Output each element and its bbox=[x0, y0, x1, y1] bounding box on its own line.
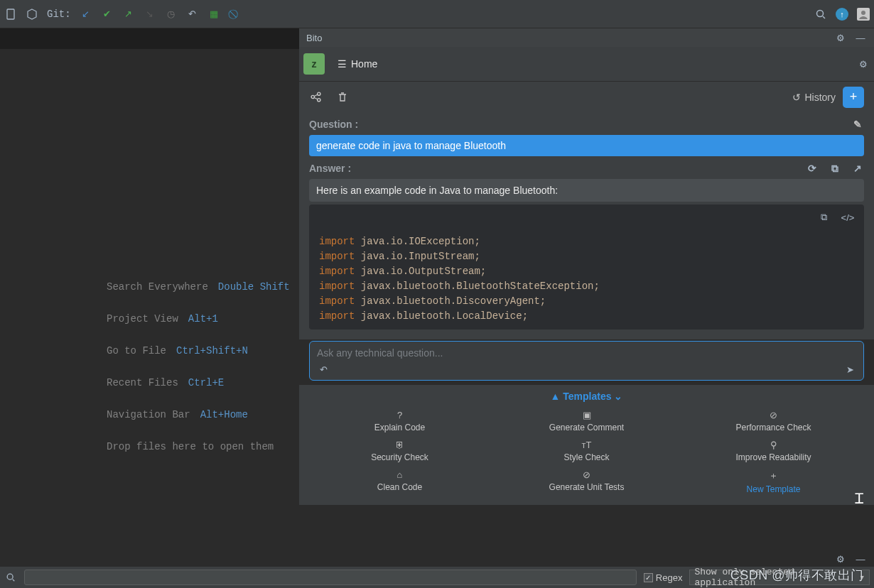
home-button[interactable]: ☰ Home bbox=[330, 54, 384, 74]
template-generate-comment[interactable]: ▣Generate Comment bbox=[493, 406, 680, 436]
template-generate-unit-tests[interactable]: ⊘Generate Unit Tests bbox=[493, 466, 680, 498]
chevron-down-icon: ▾ bbox=[859, 572, 865, 583]
answer-intro: Here is an example code in Java to manag… bbox=[309, 179, 864, 202]
git-commit-icon[interactable]: ✔ bbox=[101, 8, 114, 21]
history-label: History bbox=[804, 92, 836, 103]
svg-line-8 bbox=[314, 94, 317, 96]
bottom-tool-row: Ꮖ ⚙ — bbox=[0, 551, 874, 567]
search-icon[interactable] bbox=[814, 8, 827, 21]
device-icon[interactable] bbox=[4, 8, 17, 21]
svg-line-2 bbox=[823, 16, 825, 18]
bito-header: Bito ⚙ — bbox=[299, 28, 874, 47]
template-icon: ? bbox=[397, 410, 402, 420]
menu-icon: ☰ bbox=[338, 58, 347, 70]
template-icon: ⚲ bbox=[770, 440, 777, 450]
search-small-icon[interactable] bbox=[4, 571, 17, 584]
question-text: generate code in java to manage Bluetoot… bbox=[309, 135, 864, 156]
shortcut-navigation-bar: Navigation BarAlt+Home bbox=[107, 410, 290, 420]
regex-label: Regex bbox=[656, 572, 683, 583]
git-chart-icon[interactable]: ▦ bbox=[207, 8, 220, 21]
svg-point-10 bbox=[7, 574, 13, 579]
history-icon: ↺ bbox=[792, 92, 801, 103]
template-security-check[interactable]: ⛨Security Check bbox=[306, 436, 493, 466]
template-style-check[interactable]: тТStyle Check bbox=[493, 436, 680, 466]
svg-point-5 bbox=[311, 95, 314, 98]
svg-line-9 bbox=[314, 98, 317, 99]
regex-checkbox[interactable]: ✓Regex bbox=[644, 572, 683, 583]
svg-point-1 bbox=[817, 10, 824, 16]
gear-icon[interactable]: ⚙ bbox=[834, 31, 847, 44]
template-icon: ＋ bbox=[769, 469, 778, 482]
templates-grid: ?Explain Code▣Generate Comment⊘Performan… bbox=[299, 406, 874, 505]
bottom-minimize-icon[interactable]: — bbox=[854, 552, 867, 565]
svg-point-7 bbox=[317, 99, 320, 102]
template-improve-readability[interactable]: ⚲Improve Readability bbox=[680, 436, 867, 466]
template-clean-code[interactable]: ⌂Clean Code bbox=[306, 466, 493, 498]
git-label: Git: bbox=[47, 9, 71, 20]
ask-input[interactable] bbox=[317, 344, 856, 361]
refresh-icon[interactable]: ⟳ bbox=[806, 162, 819, 175]
share-icon[interactable] bbox=[309, 91, 322, 104]
app-filter-select[interactable]: Show only selected application▾ bbox=[689, 570, 870, 585]
minimize-icon[interactable]: — bbox=[854, 31, 867, 44]
code-block: ⧉ </> import java.io.IOException;import … bbox=[309, 205, 864, 330]
template-performance-check[interactable]: ⊘Performance Check bbox=[680, 406, 867, 436]
bito-title: Bito bbox=[306, 33, 322, 43]
git-pull-icon[interactable]: ↙ bbox=[80, 8, 92, 21]
share-answer-icon[interactable]: ↗ bbox=[851, 162, 864, 175]
git-disabled-1-icon: ↘ bbox=[144, 8, 156, 21]
home-label: Home bbox=[351, 58, 377, 70]
top-toolbar: Git: ↙ ✔ ↗ ↘ ◷ ↶ ▦ ⃠ ↑ bbox=[0, 0, 874, 28]
question-header: Question : bbox=[309, 119, 358, 130]
bito-nav: z ☰ Home ⚙ bbox=[299, 47, 874, 81]
git-clock-icon[interactable]: ◷ bbox=[165, 8, 178, 21]
templates-header[interactable]: ▲ Templates ⌄ bbox=[299, 385, 874, 406]
history-button[interactable]: ↺History bbox=[792, 92, 836, 103]
bottom-search-bar: ✓Regex Show only selected application▾ bbox=[0, 567, 874, 588]
template-explain-code[interactable]: ?Explain Code bbox=[306, 406, 493, 436]
template-icon: ⊘ bbox=[583, 469, 590, 480]
panel-gear-icon[interactable]: ⚙ bbox=[857, 58, 870, 70]
user-badge[interactable]: z bbox=[303, 53, 325, 75]
template-icon: ⛨ bbox=[395, 440, 404, 450]
copy-code-icon[interactable]: ⧉ bbox=[817, 211, 830, 224]
shortcut-search-everywhere: Search EverywhereDouble Shift bbox=[107, 282, 290, 292]
git-push-icon[interactable]: ↗ bbox=[122, 8, 135, 21]
drop-files-hint: Drop files here to open them bbox=[107, 442, 290, 452]
template-icon: ⌂ bbox=[397, 469, 403, 480]
template-icon: ⊘ bbox=[770, 410, 777, 420]
template-icon: тТ bbox=[582, 440, 592, 450]
template-new-template[interactable]: ＋New Template bbox=[680, 466, 867, 498]
git-undo-icon[interactable]: ↶ bbox=[186, 8, 199, 21]
svg-line-11 bbox=[13, 579, 15, 582]
text-cursor-icon: Ꮖ bbox=[855, 491, 864, 507]
shortcut-project-view: Project ViewAlt+1 bbox=[107, 314, 290, 324]
answer-header: Answer : bbox=[309, 163, 351, 174]
bito-panel: Bito ⚙ — z ☰ Home ⚙ ↺History + Question … bbox=[299, 28, 874, 540]
avatar-icon[interactable] bbox=[857, 8, 870, 21]
copy-icon[interactable]: ⧉ bbox=[829, 162, 841, 175]
git-cancel-icon[interactable]: ⃠ bbox=[229, 8, 242, 21]
svg-rect-0 bbox=[7, 9, 14, 19]
send-icon[interactable]: ➤ bbox=[843, 363, 856, 376]
bottom-gear-icon[interactable]: ⚙ bbox=[834, 552, 847, 565]
undo-icon[interactable]: ↶ bbox=[317, 363, 330, 376]
ask-input-box[interactable]: ↶ ➤ bbox=[309, 341, 864, 381]
search-input[interactable] bbox=[24, 570, 637, 585]
editor-empty-area: Search EverywhereDouble Shift Project Vi… bbox=[0, 28, 299, 540]
sync-icon[interactable]: ↑ bbox=[836, 8, 848, 21]
shortcut-go-to-file: Go to FileCtrl+Shift+N bbox=[107, 346, 290, 356]
cube-icon[interactable] bbox=[26, 8, 38, 21]
svg-point-6 bbox=[317, 92, 320, 95]
shortcut-recent-files: Recent FilesCtrl+E bbox=[107, 378, 290, 388]
new-chat-button[interactable]: + bbox=[843, 87, 864, 108]
template-icon: ▣ bbox=[583, 410, 591, 420]
trash-icon[interactable] bbox=[336, 91, 349, 104]
svg-point-4 bbox=[861, 11, 865, 15]
bito-subbar: ↺History + bbox=[299, 81, 874, 112]
insert-code-icon[interactable]: </> bbox=[841, 211, 854, 224]
edit-icon[interactable]: ✎ bbox=[851, 118, 864, 131]
